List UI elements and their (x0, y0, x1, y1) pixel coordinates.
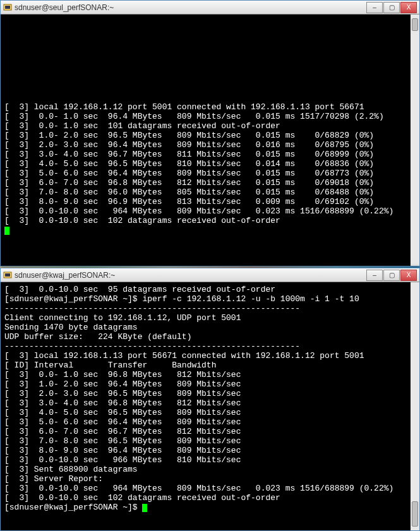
ooo-line: [ 3] 0.0- 1.0 sec 101 datagrams received… (4, 121, 280, 131)
minimize-button[interactable]: – (366, 2, 383, 13)
row: [ 3] 3.0- 4.0 sec 96.7 MBytes 811 Mbits/… (4, 150, 374, 159)
header: [ ID] Interval Transfer Bandwidth (4, 361, 216, 370)
row: [ 3] 5.0- 6.0 sec 96.4 MBytes 809 Mbits/… (4, 417, 241, 427)
window-controls: – ▢ X (366, 270, 417, 281)
sr-ooo: [ 3] 0.0-10.0 sec 102 datagrams received… (4, 493, 280, 503)
prompt: [sdnuser@kwaj_perfSONAR ~]$ (4, 503, 142, 512)
titlebar-seul[interactable]: sdnuser@seul_perfSONAR:~ – ▢ X (1, 1, 419, 15)
terminal-window-seul: sdnuser@seul_perfSONAR:~ – ▢ X [ 3] loca… (0, 0, 420, 266)
window-title: sdnuser@seul_perfSONAR:~ (15, 3, 366, 12)
row: [ 3] 6.0- 7.0 sec 96.7 MBytes 812 Mbits/… (4, 427, 241, 436)
row: [ 3] 1.0- 2.0 sec 96.4 MBytes 809 Mbits/… (4, 379, 241, 389)
row: [ 3] 0.0- 1.0 sec 96.8 MBytes 812 Mbits/… (4, 370, 241, 379)
dashes: ----------------------------------------… (4, 304, 300, 313)
scrollbar[interactable] (411, 282, 419, 530)
maximize-button[interactable]: ▢ (383, 270, 400, 281)
close-button[interactable]: X (400, 270, 417, 281)
sent: [ 3] Sent 688900 datagrams (4, 465, 138, 474)
titlebar-kwaj[interactable]: sdnuser@kwaj_perfSONAR:~ – ▢ X (1, 268, 419, 282)
row: [ 3] 6.0- 7.0 sec 96.8 MBytes 812 Mbits/… (4, 178, 374, 188)
cursor (142, 504, 147, 512)
window-title: sdnuser@kwaj_perfSONAR:~ (15, 271, 366, 280)
terminal-output-kwaj[interactable]: [ 3] 0.0-10.0 sec 95 datagrams received … (1, 282, 419, 530)
terminal-output-seul[interactable]: [ 3] local 192.168.1.12 port 5001 connec… (1, 15, 419, 266)
sr-row: [ 3] 0.0-10.0 sec 964 MBytes 809 Mbits/s… (4, 484, 393, 493)
connecting: Client connecting to 192.168.1.12, UDP p… (4, 313, 241, 323)
terminal-window-kwaj: sdnuser@kwaj_perfSONAR:~ – ▢ X [ 3] 0.0-… (0, 268, 420, 531)
window-controls: – ▢ X (366, 2, 417, 13)
total-row: [ 3] 0.0-10.0 sec 964 MBytes 809 Mbits/s… (4, 206, 393, 216)
row: [ 3] 2.0- 3.0 sec 96.4 MBytes 809 Mbits/… (4, 140, 374, 150)
row: [ 3] 8.0- 9.0 sec 96.4 MBytes 809 Mbits/… (4, 446, 241, 455)
sending: Sending 1470 byte datagrams (4, 323, 138, 332)
row: [ 3] 4.0- 5.0 sec 96.5 MBytes 810 Mbits/… (4, 159, 374, 169)
close-button[interactable]: X (400, 2, 417, 13)
row: [ 3] 0.0-10.0 sec 966 MBytes 810 Mbits/s… (4, 455, 241, 465)
minimize-button[interactable]: – (366, 270, 383, 281)
row-first: [ 3] 0.0- 1.0 sec 96.4 MBytes 809 Mbits/… (4, 112, 384, 121)
scroll-thumb[interactable] (412, 18, 418, 31)
maximize-button[interactable]: ▢ (383, 2, 400, 13)
row: [ 3] 8.0- 9.0 sec 96.9 MBytes 813 Mbits/… (4, 197, 374, 206)
row: [ 3] 2.0- 3.0 sec 96.5 MBytes 809 Mbits/… (4, 389, 241, 398)
ooo-line: [ 3] 0.0-10.0 sec 102 datagrams received… (4, 216, 280, 225)
row: [ 3] 3.0- 4.0 sec 96.8 MBytes 812 Mbits/… (4, 398, 241, 408)
prev-ooo: [ 3] 0.0-10.0 sec 95 datagrams received … (4, 285, 275, 294)
command-line: [sdnuser@kwaj_perfSONAR ~]$ iperf -c 192… (4, 294, 359, 304)
svg-rect-3 (5, 273, 10, 277)
dashes: ----------------------------------------… (4, 342, 300, 351)
cursor (4, 227, 9, 235)
server-report: [ 3] Server Report: (4, 474, 103, 484)
putty-icon (3, 271, 12, 280)
scroll-thumb[interactable] (412, 501, 418, 527)
row: [ 3] 7.0- 8.0 sec 96.0 MBytes 805 Mbits/… (4, 188, 374, 197)
row: [ 3] 1.0- 2.0 sec 96.5 MBytes 809 Mbits/… (4, 131, 374, 140)
row: [ 3] 4.0- 5.0 sec 96.5 MBytes 809 Mbits/… (4, 408, 241, 417)
svg-rect-1 (5, 6, 10, 9)
row: [ 3] 7.0- 8.0 sec 96.5 MBytes 809 Mbits/… (4, 436, 241, 446)
scrollbar[interactable] (411, 15, 419, 266)
connected-line: [ 3] local 192.168.1.12 port 5001 connec… (4, 102, 364, 112)
local-conn: [ 3] local 192.168.1.13 port 56671 conne… (4, 351, 364, 361)
row: [ 3] 5.0- 6.0 sec 96.4 MBytes 809 Mbits/… (4, 169, 374, 178)
putty-icon (3, 3, 12, 12)
buffer: UDP buffer size: 224 KByte (default) (4, 332, 191, 342)
